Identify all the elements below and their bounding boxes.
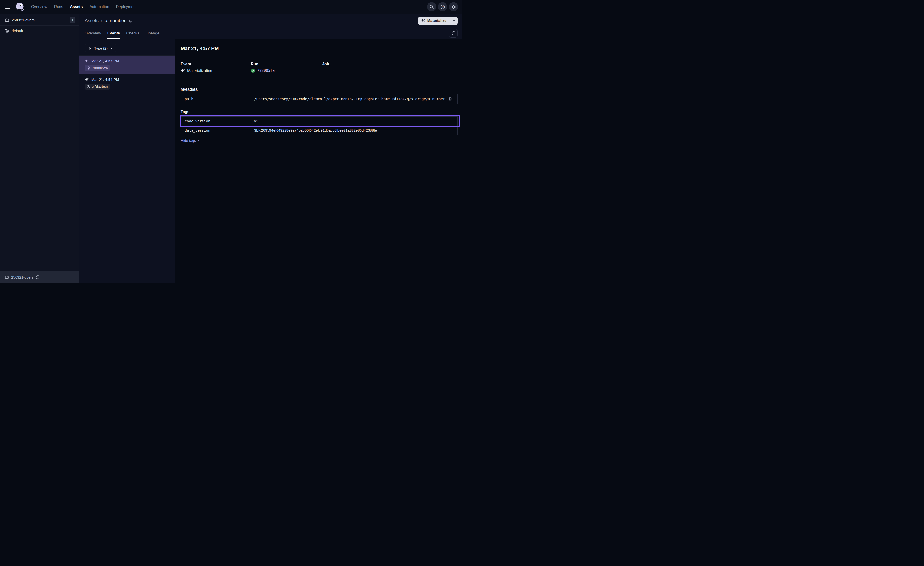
- chevron-up-icon: [197, 140, 200, 142]
- refresh-button[interactable]: [449, 29, 458, 38]
- tab-lineage[interactable]: Lineage: [146, 28, 159, 39]
- table-row-data-version: data_version 3bfc269594ef649228e9a74bab0…: [181, 126, 458, 135]
- footer-code-location-label: 250321-dvers: [11, 275, 33, 279]
- search-icon: [429, 5, 434, 9]
- tags-table: code_version v1 data_version 3bfc269594e…: [181, 116, 458, 135]
- event-timestamp: Mar 21, 4:54 PM: [91, 77, 119, 82]
- type-filter-label: Type (2): [94, 46, 108, 50]
- events-list-panel: Type (2): [79, 39, 175, 283]
- tab-checks[interactable]: Checks: [126, 28, 139, 39]
- tag-value: v1: [254, 119, 258, 123]
- folder-icon: [5, 18, 9, 23]
- dagster-logo-icon[interactable]: [15, 2, 25, 12]
- event-info-row: Event Materialization: [181, 62, 458, 73]
- sparkle-icon: [421, 18, 425, 23]
- breadcrumb-separator: ›: [101, 18, 102, 23]
- nav-overview[interactable]: Overview: [31, 5, 47, 9]
- divider: [181, 56, 458, 56]
- metadata-heading: Metadata: [181, 87, 458, 92]
- metadata-table: path /Users/smackesey/stm/code/elementl/…: [181, 94, 458, 104]
- asset-groups-sidebar: 250321-dvers 1 default: [0, 14, 79, 283]
- folder-icon: [5, 275, 9, 279]
- event-list-item[interactable]: Mar 21, 4:57 PM 788005fa: [79, 56, 175, 74]
- tags-section: Tags code_version v1 data_version 3bfc26…: [181, 110, 458, 143]
- event-type-value: Materialization: [187, 69, 212, 73]
- nav-automation[interactable]: Automation: [90, 5, 109, 9]
- hamburger-menu-button[interactable]: [3, 2, 12, 11]
- materialization-sparkle-icon: [85, 77, 89, 82]
- metadata-path-link[interactable]: /Users/smackesey/stm/code/elementl/exper…: [254, 97, 445, 101]
- chevron-down-icon: [110, 47, 113, 50]
- top-nav-bar: Overview Runs Assets Automation Deployme…: [0, 0, 462, 14]
- tag-key: data_version: [181, 126, 250, 135]
- asset-count-badge: 1: [70, 17, 75, 23]
- nav-deployment[interactable]: Deployment: [116, 5, 136, 9]
- run-id-chip: 2fd32b85: [85, 84, 110, 90]
- copy-icon: [128, 19, 132, 23]
- search-button[interactable]: [427, 2, 436, 11]
- job-column-label: Job: [322, 62, 329, 66]
- sidebar-default-label: default: [12, 29, 75, 33]
- nav-assets[interactable]: Assets: [70, 5, 82, 9]
- help-button[interactable]: ?: [438, 2, 447, 11]
- event-list-item[interactable]: Mar 21, 4:54 PM 2fd32b85: [79, 74, 175, 93]
- sidebar-item-default[interactable]: default: [0, 26, 79, 36]
- hide-tags-label: Hide tags: [181, 138, 196, 143]
- asset-tabs-row: Overview Events Checks Lineage: [79, 28, 462, 39]
- asset-page-header: Assets › a_number: [79, 14, 462, 28]
- materialize-dropdown-button[interactable]: [450, 17, 458, 25]
- materialize-split-button: Materialize: [418, 17, 458, 25]
- tags-heading: Tags: [181, 110, 458, 114]
- nav-runs[interactable]: Runs: [54, 5, 63, 9]
- sync-icon: [36, 275, 40, 279]
- main-nav: Overview Runs Assets Automation Deployme…: [31, 5, 136, 9]
- copy-path-button[interactable]: [447, 96, 452, 101]
- event-detail-title: Mar 21, 4:57 PM: [181, 45, 458, 51]
- metadata-key: path: [181, 94, 250, 104]
- tab-events[interactable]: Events: [107, 28, 120, 39]
- materialization-sparkle-icon: [181, 69, 185, 73]
- copy-asset-name-button[interactable]: [128, 18, 133, 23]
- asset-tabs: Overview Events Checks Lineage: [85, 28, 159, 39]
- settings-button[interactable]: [449, 2, 458, 11]
- caret-down-icon: [453, 20, 455, 21]
- materialization-sparkle-icon: [85, 59, 89, 63]
- table-row-code-version: code_version v1: [181, 117, 458, 126]
- hide-tags-link[interactable]: Hide tags: [181, 138, 200, 143]
- filter-funnel-icon: [88, 46, 92, 50]
- breadcrumb-assets-link[interactable]: Assets: [85, 18, 99, 23]
- job-value: —: [322, 69, 326, 73]
- sidebar-group-label: 250321-dvers: [12, 18, 68, 23]
- copy-icon: [448, 97, 452, 101]
- refresh-icon: [451, 31, 456, 35]
- run-target-icon: [86, 66, 90, 70]
- dagster-app: Overview Runs Assets Automation Deployme…: [0, 0, 462, 283]
- materialize-button[interactable]: Materialize: [418, 17, 450, 25]
- event-timestamp: Mar 21, 4:57 PM: [91, 59, 119, 63]
- run-target-icon: [86, 85, 90, 89]
- gear-icon: [451, 5, 456, 9]
- metadata-section: Metadata path /Users/smackesey/stm/code/…: [181, 87, 458, 104]
- tab-overview[interactable]: Overview: [85, 28, 101, 39]
- run-column-label: Run: [251, 62, 322, 66]
- breadcrumb: Assets › a_number: [85, 18, 133, 23]
- run-id-chip: 788005fa: [85, 65, 110, 71]
- svg-text:?: ?: [442, 5, 443, 8]
- event-detail-panel: Mar 21, 4:57 PM Event: [175, 39, 462, 283]
- materialize-label: Materialize: [427, 18, 447, 23]
- main-content: Assets › a_number: [79, 14, 462, 283]
- tag-value: 3bfc269594ef649228e9a74bab00f042efc91d5a…: [254, 128, 377, 132]
- sidebar-footer-code-location[interactable]: 250321-dvers: [0, 271, 79, 283]
- run-id-text: 2fd32b85: [92, 85, 108, 89]
- run-id-text: 788005fa: [92, 66, 108, 70]
- table-row: path /Users/smackesey/stm/code/elementl/…: [181, 94, 458, 104]
- sidebar-item-group[interactable]: 250321-dvers 1: [0, 15, 79, 26]
- type-filter-button[interactable]: Type (2): [85, 44, 116, 53]
- tag-key: code_version: [181, 117, 250, 126]
- run-id-link[interactable]: 788005fa: [257, 69, 274, 73]
- asset-group-icon: [5, 29, 9, 33]
- run-success-check-icon: [251, 69, 255, 73]
- help-icon: ?: [440, 5, 445, 9]
- page-title: a_number: [105, 18, 126, 23]
- event-column-label: Event: [181, 62, 251, 66]
